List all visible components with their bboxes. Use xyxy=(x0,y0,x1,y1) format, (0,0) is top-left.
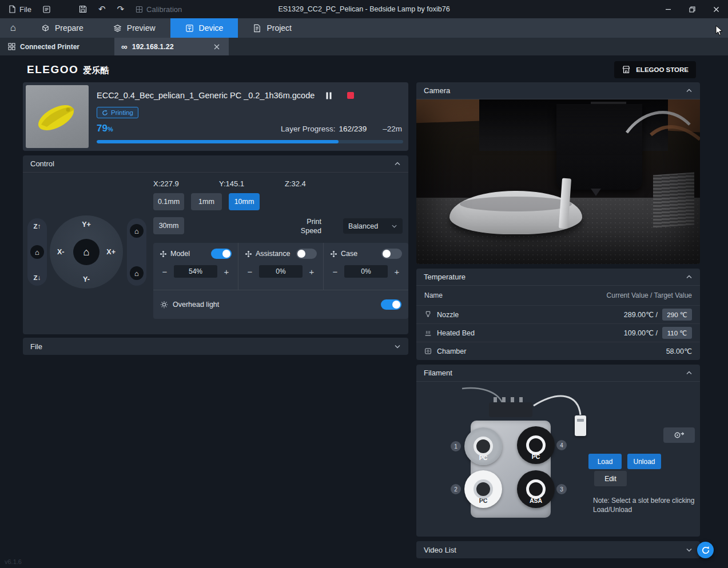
tab-preview[interactable]: Preview xyxy=(98,18,170,38)
filament-diagram: PC PC PC ASA 1 4 2 3 xyxy=(416,382,700,537)
camera-panel: Camera xyxy=(416,82,700,264)
calibration-button[interactable]: Calibration xyxy=(130,2,187,17)
slot-number-4[interactable]: 4 xyxy=(556,440,567,450)
y-minus-button[interactable]: Y- xyxy=(83,275,90,283)
filament-hub xyxy=(489,402,532,417)
filament-change-button[interactable] xyxy=(663,427,695,443)
assistance-fan-toggle[interactable] xyxy=(296,249,317,259)
fan-icon xyxy=(245,250,252,258)
model-fan-plus-button[interactable]: + xyxy=(221,266,232,277)
bed-target-temp[interactable]: 110 ℃ xyxy=(662,327,692,339)
tab-device-label: Device xyxy=(199,23,224,33)
file-panel-header[interactable]: File xyxy=(23,338,408,355)
save-button[interactable] xyxy=(74,2,92,17)
undo-icon: ↶ xyxy=(98,4,106,14)
stop-icon xyxy=(347,92,354,99)
filament-slot-3[interactable]: ASA xyxy=(517,470,555,508)
home-icon: ⌂ xyxy=(134,269,139,278)
close-button[interactable] xyxy=(704,0,728,18)
nozzle-icon xyxy=(424,311,432,318)
minimize-button[interactable] xyxy=(656,0,680,18)
x-plus-button[interactable]: X+ xyxy=(106,248,116,256)
home-z-button[interactable]: ⌂ xyxy=(30,245,44,259)
load-button[interactable]: Load xyxy=(588,454,622,469)
edit-button[interactable]: Edit xyxy=(594,471,627,486)
filament-slot-4[interactable]: PC xyxy=(517,426,555,464)
assistance-fan-minus-button[interactable]: − xyxy=(245,266,255,277)
filament-buffer xyxy=(575,415,586,436)
printer-tab[interactable]: ∞ 192.168.1.22 xyxy=(114,38,229,55)
redo-button[interactable]: ↷ xyxy=(112,2,130,17)
nozzle-target-temp[interactable]: 290 ℃ xyxy=(662,309,692,321)
printer-tab-close-button[interactable] xyxy=(212,42,222,52)
time-remaining: –22m xyxy=(383,125,402,133)
video-list-header[interactable]: Video List xyxy=(416,541,700,558)
model-fan-minus-button[interactable]: − xyxy=(160,266,170,277)
home-bed-button[interactable]: ⌂ xyxy=(130,266,144,280)
step-30mm-button[interactable]: 30mm xyxy=(153,217,184,234)
stop-button[interactable] xyxy=(343,89,358,102)
camera-panel-header[interactable]: Camera xyxy=(416,82,700,99)
printer-subnav: Connected Printer ∞ 192.168.1.22 xyxy=(0,38,728,55)
printing-spinner-icon xyxy=(102,110,108,116)
camera-feed xyxy=(416,99,700,264)
titlebar: ES1329_CC2_PC_Pelican - Bedside Lamp by … xyxy=(0,0,728,18)
case-fan-plus-button[interactable]: + xyxy=(392,266,402,277)
save-icon xyxy=(79,5,87,13)
home-tab[interactable]: ⌂ xyxy=(0,18,26,38)
step-10mm-button[interactable]: 10mm xyxy=(229,193,260,210)
slot-number-3[interactable]: 3 xyxy=(556,484,567,494)
case-fan-minus-button[interactable]: − xyxy=(330,266,340,277)
chamber-icon xyxy=(424,347,432,355)
position-readout: X:227.9 Y:145.1 Z:32.4 xyxy=(153,179,351,188)
temperature-panel: Temperature Name Current Value / Target … xyxy=(416,269,700,360)
home-all-button[interactable]: ⌂ xyxy=(130,224,144,238)
z-up-button[interactable]: Z↑ xyxy=(34,223,41,230)
model-fan-label: Model xyxy=(170,250,190,258)
overhead-light-toggle[interactable] xyxy=(381,299,401,310)
z-down-button[interactable]: Z↓ xyxy=(34,274,41,281)
x-minus-button[interactable]: X- xyxy=(57,248,65,256)
home-icon: ⌂ xyxy=(10,22,16,34)
control-panel-header[interactable]: Control xyxy=(23,155,408,173)
tab-project[interactable]: Project xyxy=(238,18,307,38)
menu-button[interactable] xyxy=(38,2,55,17)
assistance-fan-plus-button[interactable]: + xyxy=(307,266,317,277)
print-speed-dropdown[interactable]: Balanced xyxy=(343,218,403,234)
temperature-panel-header[interactable]: Temperature xyxy=(416,269,700,286)
step-0.1mm-button[interactable]: 0.1mm xyxy=(153,193,184,210)
tab-prepare[interactable]: Prepare xyxy=(26,18,98,38)
model-fan-toggle[interactable] xyxy=(211,249,232,259)
light-icon xyxy=(160,301,168,309)
home-xy-button[interactable]: ⌂ xyxy=(73,239,100,265)
undo-button[interactable]: ↶ xyxy=(93,2,111,17)
restore-button[interactable] xyxy=(680,0,704,18)
unload-button[interactable]: Unload xyxy=(627,454,661,469)
window-controls xyxy=(656,0,728,18)
case-fan-toggle[interactable] xyxy=(381,249,402,259)
minimize-icon xyxy=(665,6,671,13)
model-fan-value: 54% xyxy=(174,265,217,278)
elegoo-store-button[interactable]: ELEGOO STORE xyxy=(614,61,696,78)
y-plus-button[interactable]: Y+ xyxy=(82,221,91,229)
chevron-up-icon xyxy=(394,161,401,167)
bed-temp-row: Heated Bed 109.00℃ / 110 ℃ xyxy=(416,323,700,342)
slot-number-2[interactable]: 2 xyxy=(451,484,461,494)
coord-y: Y:145.1 xyxy=(219,179,285,188)
filament-panel-header[interactable]: Filament xyxy=(416,365,700,382)
filament-slot-1[interactable]: PC xyxy=(464,427,502,465)
restore-icon xyxy=(689,6,695,13)
camera-vignette xyxy=(416,99,700,264)
job-filename: ECC2_0.4_Bec_pelican_1_Generic PC _0.2_1… xyxy=(97,91,315,100)
status-badge: Printing xyxy=(97,107,138,118)
progress-percent: 79 xyxy=(97,123,108,134)
temperature-columns: Name Current Value / Target Value xyxy=(416,286,700,305)
overhead-light-row: Overhead light xyxy=(153,290,408,318)
slot-number-1[interactable]: 1 xyxy=(451,441,461,451)
file-menu[interactable]: File xyxy=(3,2,37,17)
step-1mm-button[interactable]: 1mm xyxy=(191,193,222,210)
refresh-button[interactable] xyxy=(697,542,714,558)
pause-button[interactable] xyxy=(321,89,336,102)
tab-device[interactable]: Device xyxy=(170,18,238,38)
filament-slot-2[interactable]: PC xyxy=(464,470,502,508)
